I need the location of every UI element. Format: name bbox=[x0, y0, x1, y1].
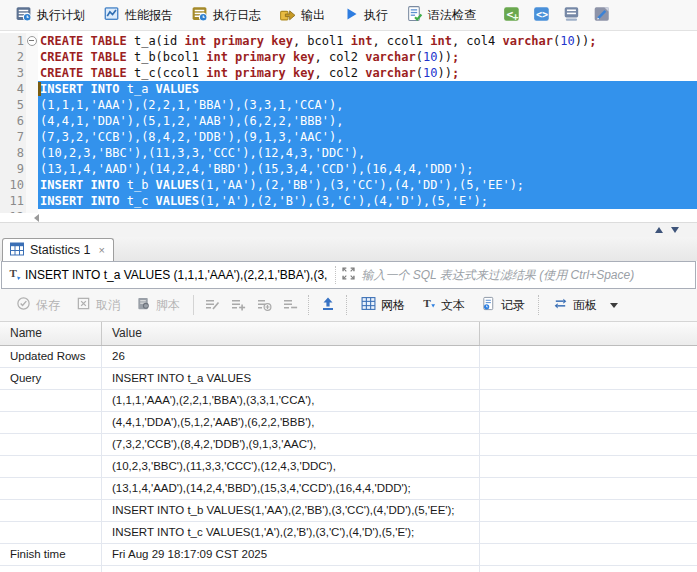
save-icon bbox=[16, 296, 31, 314]
cell-value[interactable]: (10,2,3,'BBC'),(11,3,3,'CCC'),(12,4,3,'D… bbox=[102, 456, 480, 477]
cell-name[interactable] bbox=[0, 456, 102, 477]
execution-plan-button[interactable]: 执行计划 bbox=[6, 2, 94, 28]
editor-line[interactable]: 7(7,3,2,'CCB'),(8,4,2,'DDB'),(9,1,3,'AAC… bbox=[0, 129, 697, 145]
save-button[interactable]: 保存 bbox=[8, 293, 68, 317]
cell-extra bbox=[480, 566, 697, 572]
panel-minimize-icon[interactable] bbox=[671, 227, 679, 233]
table-row[interactable]: (13,1,4,'AAD'),(14,2,4,'BBD'),(15,3,4,'C… bbox=[0, 478, 697, 500]
cell-value[interactable]: (1,1,1,'AAA'),(2,2,1,'BBA'),(3,3,1,'CCA'… bbox=[102, 390, 480, 411]
cell-name[interactable] bbox=[0, 566, 102, 572]
script-button[interactable]: 脚本 bbox=[128, 293, 188, 317]
editor-line[interactable]: 2CREATE TABLE t_b(bcol1 int primary key,… bbox=[0, 49, 697, 65]
line-text: (13,1,4,'AAD'),(14,2,4,'BBD'),(15,3,4,'C… bbox=[38, 161, 697, 177]
panel-maximize-icon[interactable] bbox=[655, 227, 663, 233]
cell-value[interactable]: (13,1,4,'AAD'),(14,2,4,'BBD'),(15,3,4,'C… bbox=[102, 478, 480, 499]
cell-value[interactable]: INSERT INTO t_c VALUES(1,'A'),(2,'B'),(3… bbox=[102, 522, 480, 543]
tab-close-icon[interactable]: × bbox=[96, 244, 104, 256]
record-label: 记录 bbox=[501, 297, 525, 314]
fold-margin bbox=[26, 65, 38, 81]
delete-row-button[interactable] bbox=[278, 293, 302, 317]
editor-line[interactable]: 5(1,1,1,'AAA'),(2,2,1,'BBA'),(3,3,1,'CCA… bbox=[0, 97, 697, 113]
code-icon: <> bbox=[533, 5, 551, 26]
cell-name[interactable] bbox=[0, 412, 102, 433]
cell-name[interactable] bbox=[0, 390, 102, 411]
performance-report-icon bbox=[103, 5, 120, 25]
table-row[interactable]: (4,4,1,'DDA'),(5,1,2,'AAB'),(6,2,2,'BBB'… bbox=[0, 412, 697, 434]
table-row[interactable] bbox=[0, 566, 697, 572]
fold-margin bbox=[26, 177, 38, 193]
table-row[interactable]: Updated Rows26 bbox=[0, 346, 697, 368]
editor-line[interactable]: 9(13,1,4,'AAD'),(14,2,4,'BBD'),(15,3,4,'… bbox=[0, 161, 697, 177]
add-row-button[interactable] bbox=[226, 293, 250, 317]
filter-bar[interactable]: T INSERT INTO t_a VALUES (1,1,1,'AAA'),(… bbox=[1, 261, 696, 289]
editor-line[interactable]: 8(10,2,3,'BBC'),(11,3,3,'CCC'),(12,4,3,'… bbox=[0, 145, 697, 161]
toolbar-separator bbox=[308, 295, 310, 315]
editor-line[interactable]: 6(4,4,1,'DDA'),(5,1,2,'AAB'),(6,2,2,'BBB… bbox=[0, 113, 697, 129]
performance-report-button[interactable]: 性能报告 bbox=[94, 2, 182, 28]
format-button[interactable] bbox=[559, 2, 585, 28]
cell-value[interactable]: (7,3,2,'CCB'),(8,4,2,'DDB'),(9,1,3,'AAC'… bbox=[102, 434, 480, 455]
table-row[interactable]: (7,3,2,'CCB'),(8,4,2,'DDB'),(9,1,3,'AAC'… bbox=[0, 434, 697, 456]
cell-name[interactable]: Query bbox=[0, 368, 102, 389]
editor-hscrollbar[interactable] bbox=[0, 213, 697, 222]
editor-line[interactable]: 11INSERT INTO t_c VALUES(1,'A'),(2,'B'),… bbox=[0, 193, 697, 209]
syntax-check-button[interactable]: 语法检查 bbox=[397, 2, 485, 28]
cell-value[interactable]: (4,4,1,'DDA'),(5,1,2,'AAB'),(6,2,2,'BBB'… bbox=[102, 412, 480, 433]
edit-row-button[interactable] bbox=[200, 293, 224, 317]
output-button[interactable]: 输出 bbox=[270, 2, 334, 28]
output-icon bbox=[279, 5, 296, 25]
cell-name[interactable]: Updated Rows bbox=[0, 346, 102, 367]
execution-log-button[interactable]: 执行日志 bbox=[182, 2, 270, 28]
app-window: 执行计划 性能报告 执行日志 输出 执行 语法检查 <+ <> bbox=[0, 0, 697, 572]
fold-margin bbox=[26, 145, 38, 161]
record-view-button[interactable]: 记录 bbox=[473, 293, 533, 317]
toolbar-item-label: 执行日志 bbox=[213, 7, 261, 24]
cell-value[interactable] bbox=[102, 566, 480, 572]
editor-line[interactable]: 1CREATE TABLE t_a(id int primary key, bc… bbox=[0, 33, 697, 49]
cell-value[interactable]: INSERT INTO t_b VALUES(1,'AA'),(2,'BB'),… bbox=[102, 500, 480, 521]
panel-splitter[interactable] bbox=[0, 222, 697, 238]
cell-name[interactable] bbox=[0, 478, 102, 499]
panel-button[interactable]: 面板 bbox=[545, 293, 626, 317]
table-row[interactable]: (1,1,1,'AAA'),(2,2,1,'BBA'),(3,3,1,'CCA'… bbox=[0, 390, 697, 412]
tab-statistics[interactable]: Statistics 1 × bbox=[2, 238, 114, 261]
editor-line[interactable]: 10INSERT INTO t_b VALUES(1,'AA'),(2,'BB'… bbox=[0, 177, 697, 193]
column-header-value[interactable]: Value bbox=[102, 322, 480, 345]
code-button[interactable]: <> bbox=[529, 2, 555, 28]
add-snippet-button[interactable]: <+ bbox=[499, 2, 525, 28]
cell-name[interactable]: Finish time bbox=[0, 544, 102, 565]
table-row[interactable]: QueryINSERT INTO t_a VALUES bbox=[0, 368, 697, 390]
duplicate-row-button[interactable] bbox=[252, 293, 276, 317]
text-view-button[interactable]: T 文本 bbox=[413, 293, 473, 317]
line-number: 11 bbox=[0, 193, 26, 209]
export-button[interactable] bbox=[316, 293, 340, 317]
record-icon bbox=[481, 296, 496, 314]
edit-button[interactable] bbox=[589, 2, 615, 28]
line-number: 6 bbox=[0, 113, 26, 129]
scroll-left-icon[interactable] bbox=[34, 214, 39, 222]
cell-name[interactable] bbox=[0, 522, 102, 543]
cell-value[interactable]: 26 bbox=[102, 346, 480, 367]
cell-value[interactable]: Fri Aug 29 18:17:09 CST 2025 bbox=[102, 544, 480, 565]
cell-value[interactable]: INSERT INTO t_a VALUES bbox=[102, 368, 480, 389]
table-row[interactable]: INSERT INTO t_b VALUES(1,'AA'),(2,'BB'),… bbox=[0, 500, 697, 522]
execute-button[interactable]: 执行 bbox=[334, 2, 397, 28]
expand-icon[interactable] bbox=[342, 267, 355, 283]
cancel-button[interactable]: 取消 bbox=[68, 293, 128, 317]
table-row[interactable]: Finish timeFri Aug 29 18:17:09 CST 2025 bbox=[0, 544, 697, 566]
cell-name[interactable] bbox=[0, 434, 102, 455]
column-header-name[interactable]: Name bbox=[0, 322, 102, 345]
table-row[interactable]: (10,2,3,'BBC'),(11,3,3,'CCC'),(12,4,3,'D… bbox=[0, 456, 697, 478]
fold-collapse-icon[interactable] bbox=[26, 33, 38, 49]
cell-name[interactable] bbox=[0, 500, 102, 521]
chevron-down-icon[interactable] bbox=[610, 303, 618, 308]
editor-line[interactable]: 3CREATE TABLE t_c(ccol1 int primary key,… bbox=[0, 65, 697, 81]
filter-input[interactable]: INSERT INTO t_a VALUES (1,1,1,'AAA'),(2,… bbox=[25, 268, 327, 282]
fold-margin bbox=[26, 129, 38, 145]
line-number: 9 bbox=[0, 161, 26, 177]
table-row[interactable]: INSERT INTO t_c VALUES(1,'A'),(2,'B'),(3… bbox=[0, 522, 697, 544]
sql-editor[interactable]: 1CREATE TABLE t_a(id int primary key, bc… bbox=[0, 31, 697, 222]
grid-view-button[interactable]: 网格 bbox=[353, 293, 413, 317]
editor-line[interactable]: 4INSERT INTO t_a VALUES bbox=[0, 81, 697, 97]
results-tab-bar: Statistics 1 × bbox=[0, 237, 697, 261]
